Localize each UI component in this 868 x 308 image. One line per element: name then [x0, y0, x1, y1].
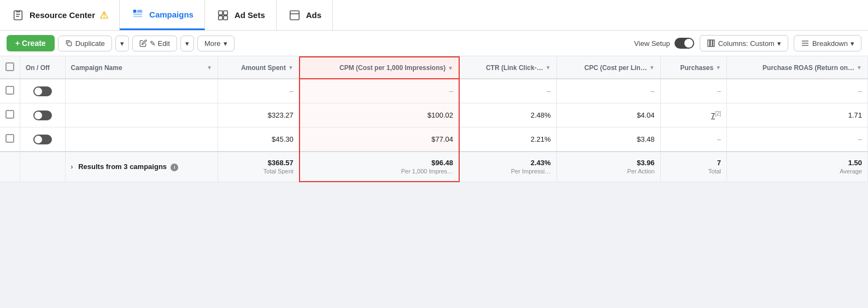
summary-checkbox-cell [0, 152, 20, 182]
svg-rect-6 [133, 16, 143, 17]
row3-roas: – [727, 127, 868, 152]
more-chevron-icon: ▾ [224, 39, 227, 48]
row3-toggle[interactable] [33, 135, 52, 144]
campaigns-icon [131, 7, 145, 21]
nav-ads-label: Ads [306, 10, 321, 20]
warning-icon: ⚠ [99, 9, 108, 21]
svg-rect-3 [133, 10, 137, 13]
svg-rect-16 [713, 40, 714, 47]
svg-rect-14 [708, 40, 709, 47]
select-all-checkbox[interactable] [5, 62, 14, 71]
amount-spent-sort-icon[interactable]: ▼ [288, 65, 294, 71]
summary-campaign-name: › Results from 3 campaigns i [65, 152, 218, 182]
adsets-icon [216, 8, 230, 22]
row1-ctr: – [459, 79, 556, 103]
row2-purchases: 7[2] [660, 103, 726, 127]
view-setup: View Setup [634, 38, 694, 49]
row2-checkbox-cell [0, 103, 20, 127]
svg-rect-9 [219, 15, 222, 19]
th-checkbox [0, 57, 20, 79]
expand-arrow-icon[interactable]: › [71, 163, 73, 171]
summary-toggle-cell [20, 152, 66, 182]
svg-rect-8 [224, 10, 227, 14]
cpc-sort-icon[interactable]: ▼ [649, 65, 655, 71]
svg-rect-15 [710, 40, 712, 47]
clipboard-icon [11, 8, 25, 22]
campaigns-table: On / Off Campaign Name ▼ Amount Spent ▼ [0, 56, 868, 182]
view-setup-toggle[interactable] [675, 38, 694, 49]
duplicate-button[interactable]: Duplicate [58, 36, 112, 51]
nav-ads[interactable]: Ads [277, 0, 333, 30]
row2-campaign-name [65, 103, 218, 127]
row1-checkbox[interactable] [5, 86, 14, 95]
nav-ad-sets[interactable]: Ad Sets [205, 0, 277, 30]
campaign-name-sort-icon[interactable]: ▼ [207, 65, 212, 71]
row1-campaign-name [65, 79, 218, 103]
edit-button[interactable]: ✎ Edit [132, 36, 177, 51]
row1-toggle-cell [20, 79, 66, 103]
row3-cpc: $3.48 [556, 127, 660, 152]
table-row: $45.30 $77.04 2.21% $3.48 – – [0, 127, 868, 152]
row3-checkbox[interactable] [5, 134, 14, 143]
row2-roas: 1.71 [727, 103, 868, 127]
columns-button[interactable]: Columns: Custom ▾ [700, 35, 788, 51]
columns-icon [707, 39, 715, 48]
ads-icon [288, 8, 302, 22]
svg-rect-11 [290, 10, 300, 20]
row3-ctr: 2.21% [459, 127, 556, 152]
info-icon[interactable]: i [171, 164, 178, 171]
toolbar: + Create Duplicate ▾ ✎ Edit ▾ More ▾ Vie… [0, 31, 868, 56]
columns-chevron-icon: ▾ [777, 39, 781, 48]
table-row: $323.27 $100.02 2.48% $4.04 7[2] 1.71 [0, 103, 868, 127]
row2-toggle[interactable] [33, 111, 52, 120]
svg-rect-13 [67, 42, 71, 46]
breakdown-button[interactable]: Breakdown ▾ [794, 35, 861, 51]
nav-campaigns-label: Campaigns [149, 10, 193, 19]
row1-amount-spent: – [218, 79, 300, 103]
th-purchases: Purchases ▼ [660, 57, 726, 79]
th-amount-spent: Amount Spent ▼ [218, 57, 300, 79]
row1-cpm: – [300, 79, 459, 103]
row3-checkbox-cell [0, 127, 20, 152]
top-navigation: Resource Center ⚠ Campaigns Ad Sets [0, 0, 868, 31]
row2-cpc: $4.04 [556, 103, 660, 127]
summary-ctr: 2.43% Per Impressi… [459, 152, 556, 182]
cpm-sort-icon[interactable]: ▼ [448, 65, 453, 71]
nav-campaigns[interactable]: Campaigns [120, 0, 205, 30]
row1-purchases: – [660, 79, 726, 103]
duplicate-icon [65, 39, 73, 47]
edit-dropdown-button[interactable]: ▾ [180, 36, 194, 51]
row1-checkbox-cell [0, 79, 20, 103]
th-cpm: CPM (Cost per 1,000 Impressions) ▼ [300, 57, 459, 79]
summary-cpc: $3.96 Per Action [556, 152, 660, 182]
row1-toggle[interactable] [33, 86, 52, 96]
purchases-sort-icon[interactable]: ▼ [715, 65, 721, 71]
row1-cpc: – [556, 79, 660, 103]
breakdown-icon [801, 39, 810, 48]
ctr-sort-icon[interactable]: ▼ [546, 65, 551, 71]
svg-rect-4 [137, 10, 142, 13]
row2-ctr: 2.48% [459, 103, 556, 127]
duplicate-dropdown-button[interactable]: ▾ [115, 36, 129, 51]
row3-amount-spent: $45.30 [218, 127, 300, 152]
row3-toggle-cell [20, 127, 66, 152]
summary-amount-spent: $368.57 Total Spent [218, 152, 300, 182]
row2-cpm: $100.02 [300, 103, 459, 127]
summary-roas: 1.50 Average [727, 152, 868, 182]
nav-ad-sets-label: Ad Sets [234, 10, 265, 20]
th-purchase-roas: Purchase ROAS (Return on… ▼ [727, 57, 868, 79]
create-button[interactable]: + Create [7, 35, 55, 51]
th-campaign-name: Campaign Name ▼ [65, 57, 218, 79]
toolbar-right: View Setup Columns: Custom ▾ Breakdown ▾ [634, 35, 861, 51]
row1-roas: – [727, 79, 868, 103]
svg-rect-7 [219, 10, 222, 14]
purchase-roas-sort-icon[interactable]: ▼ [857, 65, 862, 71]
row2-toggle-cell [20, 103, 66, 127]
nav-resource-center[interactable]: Resource Center ⚠ [0, 0, 120, 30]
more-button[interactable]: More ▾ [197, 36, 234, 51]
th-on-off: On / Off [20, 57, 66, 79]
row2-checkbox[interactable] [5, 110, 14, 119]
table-row: – – – – – – [0, 79, 868, 103]
summary-cpm: $96.48 Per 1,000 Impres… [300, 152, 459, 182]
row2-amount-spent: $323.27 [218, 103, 300, 127]
